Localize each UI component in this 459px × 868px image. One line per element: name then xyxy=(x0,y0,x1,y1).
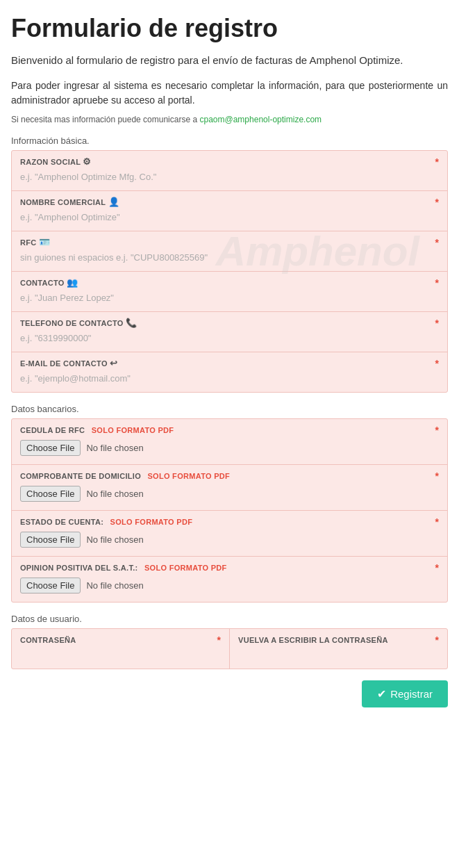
banking-docs-section: CEDULA DE RFC SOLO FORMATO PDF * Choose … xyxy=(11,418,448,603)
section-basic-label: Información básica. xyxy=(11,136,448,146)
section-banking-label: Datos bancarios. xyxy=(11,404,448,414)
password-section: CONTRASEÑA * VUELVA A ESCRIBIR LA CONTRA… xyxy=(11,628,448,669)
estado-cuenta-pdf-label: SOLO FORMATO PDF xyxy=(110,518,193,526)
rfc-field: RFC 🪪 * Amphenol xyxy=(12,231,447,272)
register-row: ✔ Registrar xyxy=(11,680,448,707)
email-label: E-MAIL DE CONTACTO ↩ xyxy=(20,358,117,368)
razon-social-field: RAZON SOCIAL ⚙ * xyxy=(12,151,447,191)
comprobante-domicilio-field: COMPROBANTE DE DOMICILIO SOLO FORMATO PD… xyxy=(12,465,447,511)
opinion-positiva-pdf-label: SOLO FORMATO PDF xyxy=(144,564,227,572)
comprobante-domicilio-choose-btn[interactable]: Choose File xyxy=(20,486,81,502)
contacto-field: CONTACTO 👥 * xyxy=(12,272,447,312)
password-required: * xyxy=(217,634,221,646)
password-confirm-required: * xyxy=(435,634,439,646)
register-button[interactable]: ✔ Registrar xyxy=(362,680,448,707)
cedula-rfc-label: CEDULA DE RFC SOLO FORMATO PDF xyxy=(20,426,174,434)
nombre-comercial-label: NOMBRE COMERCIAL 👤 xyxy=(20,197,119,207)
comprobante-domicilio-required: * xyxy=(435,470,439,482)
telefono-field: TELEFONO DE CONTACTO 📞 * xyxy=(12,312,447,352)
rfc-label: RFC 🪪 xyxy=(20,237,50,247)
telefono-input[interactable] xyxy=(20,331,439,345)
estado-cuenta-field: ESTADO DE CUENTA: SOLO FORMATO PDF * Cho… xyxy=(12,511,447,557)
password-row: CONTRASEÑA * VUELVA A ESCRIBIR LA CONTRA… xyxy=(12,629,447,669)
rfc-icon: 🪪 xyxy=(39,237,50,247)
nombre-comercial-icon: 👤 xyxy=(108,197,119,207)
password-label: CONTRASEÑA xyxy=(20,636,76,644)
password-input[interactable] xyxy=(20,648,221,662)
basic-info-section: RAZON SOCIAL ⚙ * NOMBRE COMERCIAL 👤 * RF… xyxy=(11,150,448,393)
razon-social-required: * xyxy=(435,156,439,167)
estado-cuenta-choose-btn[interactable]: Choose File xyxy=(20,532,81,548)
page-description: Para poder ingresar al sistema es necesa… xyxy=(11,79,448,108)
comprobante-domicilio-pdf-label: SOLO FORMATO PDF xyxy=(147,472,230,480)
nombre-comercial-field: NOMBRE COMERCIAL 👤 * xyxy=(12,191,447,231)
password-confirm-field: VUELVA A ESCRIBIR LA CONTRASEÑA * xyxy=(230,629,447,669)
register-label: Registrar xyxy=(390,688,433,700)
rfc-input[interactable] xyxy=(20,251,439,264)
email-icon: ↩ xyxy=(110,358,117,368)
email-field: E-MAIL DE CONTACTO ↩ * xyxy=(12,352,447,392)
telefono-required: * xyxy=(435,318,439,329)
contacto-required: * xyxy=(435,277,439,288)
password-confirm-input[interactable] xyxy=(238,648,439,662)
contacto-input[interactable] xyxy=(20,291,439,304)
cedula-rfc-choose-btn[interactable]: Choose File xyxy=(20,440,81,456)
opinion-positiva-no-file: No file chosen xyxy=(86,580,143,591)
password-confirm-label: VUELVA A ESCRIBIR LA CONTRASEÑA xyxy=(238,636,388,644)
opinion-positiva-choose-btn[interactable]: Choose File xyxy=(20,578,81,593)
opinion-positiva-field: OPINION POSITIVA DEL S.A.T.: SOLO FORMAT… xyxy=(12,557,447,602)
page-title: Formulario de registro xyxy=(11,14,448,43)
page-subtitle: Bienvenido al formulario de registro par… xyxy=(11,53,448,69)
razon-social-icon: ⚙ xyxy=(83,156,91,167)
telefono-label: TELEFONO DE CONTACTO 📞 xyxy=(20,318,137,328)
nombre-comercial-required: * xyxy=(435,197,439,208)
nombre-comercial-input[interactable] xyxy=(20,211,439,224)
comprobante-domicilio-no-file: No file chosen xyxy=(86,489,143,499)
email-input[interactable] xyxy=(20,372,439,385)
estado-cuenta-required: * xyxy=(435,516,439,527)
email-required: * xyxy=(435,358,439,369)
razon-social-label: RAZON SOCIAL ⚙ xyxy=(20,156,92,167)
contact-line: Si necesita mas información puede comuni… xyxy=(11,115,448,124)
telefono-icon: 📞 xyxy=(126,318,137,328)
contact-prefix: Si necesita mas información puede comuni… xyxy=(11,115,199,124)
contacto-icon: 👥 xyxy=(67,277,78,288)
opinion-positiva-label: OPINION POSITIVA DEL S.A.T.: SOLO FORMAT… xyxy=(20,564,227,572)
contacto-label: CONTACTO 👥 xyxy=(20,277,78,288)
comprobante-domicilio-label: COMPROBANTE DE DOMICILIO SOLO FORMATO PD… xyxy=(20,472,230,480)
estado-cuenta-label: ESTADO DE CUENTA: SOLO FORMATO PDF xyxy=(20,518,192,526)
rfc-required: * xyxy=(435,237,439,248)
password-field: CONTRASEÑA * xyxy=(12,629,230,669)
opinion-positiva-required: * xyxy=(435,562,439,573)
razon-social-input[interactable] xyxy=(20,170,439,183)
cedula-rfc-pdf-label: SOLO FORMATO PDF xyxy=(92,426,174,434)
contact-email[interactable]: cpaom@amphenol-optimize.com xyxy=(199,115,322,124)
cedula-rfc-no-file: No file chosen xyxy=(86,443,143,453)
section-user-label: Datos de usuario. xyxy=(11,614,448,624)
cedula-rfc-required: * xyxy=(435,425,439,436)
register-checkmark: ✔ xyxy=(377,687,386,701)
cedula-rfc-field: CEDULA DE RFC SOLO FORMATO PDF * Choose … xyxy=(12,419,447,465)
estado-cuenta-no-file: No file chosen xyxy=(86,534,143,545)
